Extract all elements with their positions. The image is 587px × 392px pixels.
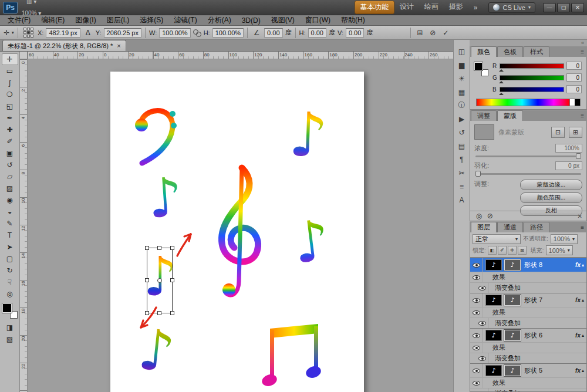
effects-row[interactable]: 效果 [470,342,586,353]
lock-all-icon[interactable]: ⊠ [518,246,527,255]
width-field[interactable]: 100.00% [159,28,190,38]
visibility-toggle[interactable] [470,307,483,317]
effects-row[interactable]: 效果 [470,377,586,388]
visibility-toggle[interactable] [476,353,489,363]
ruler-corner[interactable] [20,52,28,59]
visibility-toggle[interactable] [470,364,483,377]
layer-row[interactable]: ♪ ♪ 形状 6 fx ▴ [470,328,586,342]
effects-row[interactable]: 效果 [470,307,586,317]
panel-tab[interactable]: 路径 [524,222,549,232]
menu-item[interactable]: 帮助(H) [336,15,370,25]
close-button[interactable]: ✕ [571,3,584,12]
path-selection-tool[interactable]: ➤ [2,241,18,253]
layer-thumbnail[interactable]: ♪ [485,330,502,341]
blur-tool[interactable]: ◉ [2,194,18,206]
transform-handle[interactable] [145,246,149,250]
channel-value-field[interactable]: 0 [566,85,582,93]
channel-slider[interactable] [500,87,564,92]
rainbow-ramp[interactable] [477,99,569,106]
beamed-eighth-notes-shape[interactable] [262,323,323,391]
panel-menu-icon[interactable]: ≡ [581,113,584,119]
transform-handle[interactable] [145,311,149,315]
x-position-field[interactable]: 482.19 px [46,28,80,38]
layer-thumbnail[interactable]: ♪ [485,295,502,306]
menu-item[interactable]: 编辑(E) [36,15,70,25]
channel-slider[interactable] [500,75,564,80]
menu-item[interactable]: 滤镜(T) [168,15,202,25]
visibility-toggle[interactable] [476,318,489,328]
history-brush-tool[interactable]: ↺ [2,159,18,171]
mask-edge-button[interactable]: 蒙版边缘... [520,180,582,190]
document-tab[interactable]: 未标题-1 @ 22.2% (形状 8, RGB/8) * × [2,40,126,51]
slider-knob[interactable] [475,171,481,177]
transform-handle[interactable] [157,311,161,315]
foreground-color-swatch[interactable] [474,62,483,70]
visibility-toggle[interactable] [470,272,483,282]
transform-handle[interactable] [170,246,174,250]
transform-center-point[interactable] [157,278,162,283]
vector-mask-thumbnail[interactable]: ♪ [504,259,521,271]
reference-point-locator[interactable] [23,28,33,38]
black-ramp-cell[interactable] [575,99,580,106]
layer-comps-panel-icon[interactable]: ▤ [456,140,468,151]
density-value-field[interactable]: 100% [555,144,582,153]
close-document-icon[interactable]: × [117,42,120,49]
y-position-field[interactable]: 2060.25 px [104,28,141,38]
fx-badge[interactable]: fx [575,262,581,268]
eighth-note-upper-left[interactable]: ♪ [146,170,184,227]
transform-handle[interactable] [157,246,161,250]
feather-value-field[interactable]: 0 px [555,161,582,170]
zoom-tool[interactable]: ◎ [2,288,18,300]
panel-menu-icon[interactable]: ≡ [581,49,584,55]
eighth-note-middle-right[interactable]: ♪ [290,212,333,272]
minimize-button[interactable]: — [543,3,556,12]
menu-item[interactable]: 图像(I) [70,15,101,25]
fx-badge[interactable]: fx [575,332,581,339]
visibility-toggle[interactable] [476,388,489,391]
histogram-panel-icon[interactable]: ▆ [456,59,468,70]
h-skew-field[interactable]: 0.00 [308,28,326,38]
eraser-tool[interactable]: ▱ [2,171,18,183]
actions-panel-icon[interactable]: ▶ [456,113,468,124]
3d-rotate-tool[interactable]: ↻ [2,265,18,276]
transform-handle[interactable] [145,278,149,282]
lock-transparent-pixels-icon[interactable]: ◧ [488,246,497,255]
foreground-color-swatch[interactable] [2,303,12,313]
navigator-panel-icon[interactable]: ◫ [456,46,468,57]
gradient-tool[interactable]: ▨ [2,183,18,194]
spot-healing-brush-tool[interactable]: ✚ [2,124,18,136]
quick-selection-tool[interactable]: ❍ [2,89,18,100]
vector-mask-thumbnail[interactable]: ♪ [504,365,521,376]
lasso-tool[interactable]: ʃ [2,77,18,89]
shape-tool[interactable]: ▢ [2,253,18,265]
color-range-button[interactable]: 颜色范围... [520,192,582,203]
info-panel-icon[interactable]: ⓘ [456,100,468,111]
v-skew-field[interactable]: 0.00 [346,28,364,38]
opacity-dropdown[interactable]: 100% ▾ [551,234,578,244]
fx-badge[interactable]: fx [575,367,581,374]
panel-tab[interactable]: 调整 [471,110,497,121]
type-panel-icon[interactable]: A [456,194,468,205]
effects-row[interactable]: 效果 [470,272,586,282]
layer-row[interactable]: ♪ ♪ 形状 7 fx ▴ [470,293,586,307]
panel-tab[interactable]: 色板 [497,46,523,57]
density-slider[interactable] [475,156,581,157]
lock-position-icon[interactable]: ✛ [508,246,517,255]
transform-handle[interactable] [170,311,174,315]
gradient-overlay-row[interactable]: 渐变叠加 [470,353,586,363]
menu-item[interactable]: 文件(F) [2,15,36,25]
add-vector-mask-button[interactable]: ⊞ [569,127,582,138]
channel-slider[interactable] [500,63,564,69]
hand-tool[interactable]: ☟ [2,276,18,288]
panel-tab[interactable]: 通道 [497,222,523,232]
menu-item[interactable]: 分析(A) [203,15,237,25]
preview-panel-icon[interactable]: ▦ [456,86,468,97]
panel-color-swatches[interactable] [474,62,488,76]
gradient-overlay-row[interactable]: 渐变叠加 [470,388,586,391]
clone-stamp-tool[interactable]: ▣ [2,147,18,159]
eighth-note-bottom-left[interactable]: ♪ [136,321,177,381]
vertical-ruler[interactable]: 0246810121416182022 [20,59,28,392]
clone-source-panel-icon[interactable]: ✂ [456,167,468,178]
eighth-note-top-right[interactable]: ♪ [288,104,329,166]
gradient-overlay-row[interactable]: 渐变叠加 [470,282,586,293]
